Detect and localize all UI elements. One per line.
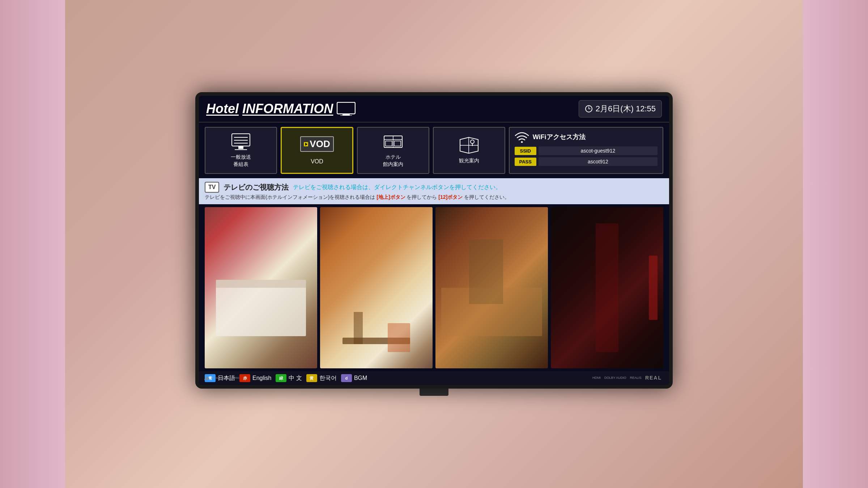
svg-point-22: [521, 141, 523, 143]
instruction-button2: [12]ボタン: [438, 194, 463, 200]
tv-info-bottom: テレビをご視聴中に本画面(ホテルインフォメーション)を視聴される場合は [地上]…: [205, 194, 663, 201]
lang-english[interactable]: 赤 English: [239, 374, 271, 382]
tile-sightseeing[interactable]: 観光案内: [433, 127, 505, 174]
yellow-label: 黄: [310, 376, 314, 381]
broadcast-svg: [230, 133, 251, 150]
hotel-svg: [383, 133, 404, 150]
wifi-pass-row: PASS ascot912: [515, 157, 658, 166]
svg-rect-2: [340, 115, 352, 116]
chinese-label: 中 文: [289, 374, 302, 382]
brand-name: MITSUBISHI: [211, 377, 226, 379]
svg-rect-10: [238, 146, 243, 149]
tv-box-label: TV: [205, 182, 219, 193]
mitsubishi-logo: [204, 375, 210, 381]
bgm-label: BGM: [354, 375, 367, 381]
clock-display: 2月6日(木) 12:55: [579, 100, 662, 117]
red-label: 赤: [243, 376, 247, 381]
broadcast-label: 一般放送番組表: [231, 154, 251, 168]
broadcast-icon: [230, 133, 252, 151]
room-photo-3: [435, 207, 548, 368]
wifi-ssid-value: ascot-guest912: [539, 146, 658, 155]
svg-rect-0: [337, 102, 355, 114]
title-info: INFORMATION: [242, 101, 333, 116]
wifi-pass-value: ascot912: [539, 157, 658, 166]
korean-label: 한국어: [319, 374, 337, 382]
menu-row: 一般放送番組表 VOD VOD: [199, 123, 669, 178]
lang-korean[interactable]: 黄 한국어: [306, 374, 337, 382]
wifi-title-text: WiFiアクセス方法: [533, 133, 586, 141]
photo-gallery: [199, 204, 669, 371]
tile-hotel[interactable]: ホテル館内案内: [357, 127, 429, 174]
sightseeing-icon: [458, 136, 480, 154]
tile-vod[interactable]: VOD VOD: [281, 127, 354, 174]
tile-broadcast[interactable]: 一般放送番組表: [205, 127, 277, 174]
room-photo-2: [320, 207, 433, 368]
tv-info-top: TV テレビのご視聴方法 テレビをご視聴される場合は、ダイレクトチャンネルボタン…: [205, 182, 663, 193]
real-label: REAL: [645, 375, 662, 381]
green-button[interactable]: 緑: [276, 374, 286, 382]
tv-screen: Hotel INFORMATION: [199, 96, 669, 385]
green-label: 緑: [279, 376, 283, 381]
tv-frame: Hotel INFORMATION: [195, 92, 673, 389]
hdmi-label: HDMI: [592, 376, 601, 380]
svg-rect-15: [386, 141, 392, 146]
sightseeing-svg: [459, 137, 480, 154]
vod-text-label: VOD: [310, 138, 330, 150]
lang-chinese[interactable]: 緑 中 文: [276, 374, 302, 382]
purple-button[interactable]: d: [341, 374, 352, 382]
header-title: Hotel INFORMATION: [206, 101, 356, 116]
title-hotel: Hotel: [206, 101, 239, 116]
vod-icon: VOD: [306, 135, 328, 153]
realis-label: REALIS: [630, 376, 642, 380]
wifi-header: WiFiアクセス方法: [515, 131, 658, 143]
hotel-icon: [382, 133, 404, 151]
vod-label: VOD: [311, 158, 323, 166]
instruction-mid: を押してから: [407, 194, 437, 200]
svg-point-20: [471, 140, 474, 144]
lang-bgm[interactable]: d BGM: [341, 374, 367, 382]
model-area: HDMI DOLBY AUDIO REALIS REAL: [592, 375, 662, 381]
instruction-main: テレビをご視聴中に本画面(ホテルインフォメーション)を視聴される場合は: [205, 194, 375, 200]
room-photo-1: [205, 207, 317, 368]
dolby-label: DOLBY AUDIO: [604, 376, 626, 380]
wifi-ssid-row: SSID ascot-guest912: [515, 146, 658, 155]
tv-info-cyan: テレビをご視聴される場合は、ダイレクトチャンネルボタンを押してください。: [293, 184, 501, 191]
brand-logo-area: MITSUBISHI ELECTRIC: [204, 375, 240, 381]
header: Hotel INFORMATION: [199, 96, 669, 123]
clock-icon: [585, 105, 593, 113]
tv-stand: [420, 389, 448, 396]
sightseeing-label: 観光案内: [459, 157, 479, 164]
yellow-button[interactable]: 黄: [306, 374, 317, 382]
hotel-label: ホテル館内案内: [383, 154, 403, 168]
tv-title-icon: [337, 102, 356, 116]
wifi-tile: WiFiアクセス方法 SSID ascot-guest912 PASS asco…: [509, 127, 663, 174]
datetime-display: 2月6日(木) 12:55: [596, 103, 656, 114]
red-button[interactable]: 赤: [239, 374, 250, 382]
english-label: English: [252, 375, 271, 381]
svg-rect-16: [394, 141, 401, 146]
wifi-pass-label: PASS: [515, 158, 536, 166]
tv-info-title: テレビのご視聴方法: [224, 183, 289, 192]
purple-label: d: [345, 376, 348, 380]
wifi-icon: [515, 131, 529, 143]
instruction-end: を押してください。: [464, 194, 510, 200]
instruction-button1: [地上]ボタン: [376, 194, 405, 200]
tv-info-bar: TV テレビのご視聴方法 テレビをご視聴される場合は、ダイレクトチャンネルボタン…: [199, 178, 669, 204]
brand-electric: ELECTRIC: [227, 377, 240, 379]
wifi-ssid-label: SSID: [515, 147, 536, 155]
room-photo-4: [551, 207, 663, 368]
